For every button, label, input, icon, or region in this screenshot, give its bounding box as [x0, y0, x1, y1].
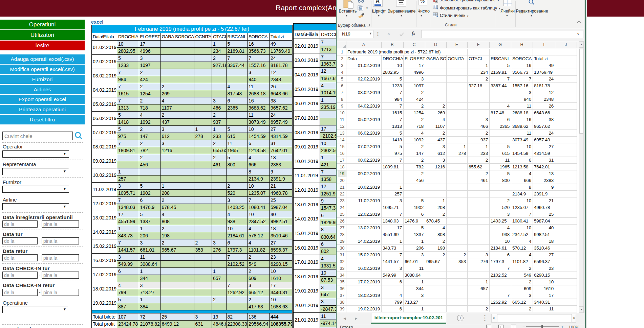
svg-text:≠: ≠	[435, 0, 437, 3]
